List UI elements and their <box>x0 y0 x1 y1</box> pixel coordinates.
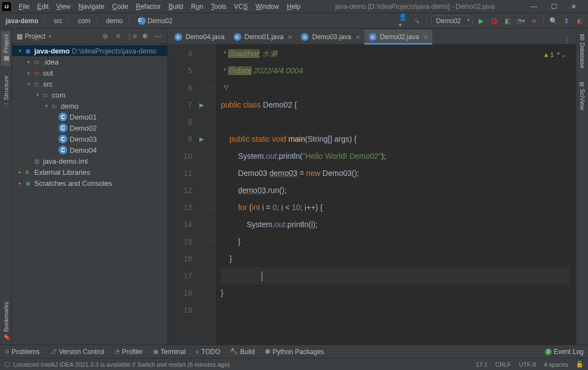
btool-profiler[interactable]: ◔Profiler <box>114 348 143 356</box>
menu-run[interactable]: Run <box>188 2 206 12</box>
code-content[interactable]: * @author 水濑 * @date 2022/4/4 0004 */ pu… <box>215 44 569 345</box>
run-line-icon[interactable]: ▶ <box>199 136 204 143</box>
line-number[interactable]: 6 <box>168 79 192 96</box>
code-line[interactable]: */ <box>221 79 569 96</box>
btool-problems[interactable]: ⊘Problems <box>4 348 40 356</box>
menu-build[interactable]: Build <box>165 2 187 12</box>
code-line[interactable]: System.out.println("Hello World! Demo02"… <box>221 148 569 165</box>
debug-button[interactable]: 🐞 <box>489 16 499 26</box>
tree-demo01[interactable]: CDemo01 <box>12 111 167 122</box>
menu-window[interactable]: Window <box>252 2 283 12</box>
code-line[interactable]: * @date 2022/4/4 0004 <box>221 62 569 79</box>
fold-start-icon[interactable]: ⌄ <box>206 96 215 114</box>
tree-demo04[interactable]: CDemo04 <box>12 144 167 155</box>
side-tab-bookmarks[interactable]: 🔖 Bookmarks <box>1 298 10 345</box>
code-line[interactable] <box>221 267 569 285</box>
chevron-up-icon[interactable]: ^ <box>557 46 560 63</box>
menu-navigate[interactable]: Navigate <box>75 2 108 12</box>
code-line[interactable]: for (int i = 0; i < 10; i++) { <box>221 199 569 216</box>
line-number[interactable]: 10 <box>168 148 192 165</box>
run-button[interactable]: ▶ <box>476 16 486 26</box>
line-number[interactable]: 17 <box>168 267 192 285</box>
side-tab-project[interactable]: ▦ Project <box>1 31 10 66</box>
tree-out[interactable]: ▸🗀out <box>12 67 167 78</box>
minimize-button[interactable]: — <box>526 1 542 12</box>
line-number[interactable]: 8 <box>168 114 192 131</box>
line-number[interactable]: 7 <box>168 96 192 114</box>
line-number-gutter[interactable]: 4 5 6 7 8 9 10 11 12 13 14 15 16 17 18 1… <box>168 44 197 345</box>
tree-demo03[interactable]: CDemo03 <box>12 133 167 144</box>
menu-tools[interactable]: Tools <box>208 2 230 12</box>
code-line[interactable]: } <box>221 250 569 267</box>
chevron-down-icon[interactable]: ⌄ <box>561 46 566 63</box>
tree-com[interactable]: ▾🗀com <box>12 89 167 100</box>
btool-terminal[interactable]: ▣Terminal <box>153 348 186 356</box>
code-line[interactable]: public static void main(String[] args) { <box>221 131 569 148</box>
code-line[interactable] <box>221 114 569 131</box>
profile-button[interactable]: ◔▾ <box>516 16 526 26</box>
line-number[interactable]: 14 <box>168 216 192 233</box>
code-line[interactable]: } <box>221 285 569 302</box>
tree-scratch[interactable]: ▸◉Scratches and Consoles <box>12 178 167 189</box>
settings-icon[interactable]: ✱ <box>140 31 150 41</box>
line-number[interactable]: 9 <box>168 131 192 148</box>
readonly-icon[interactable]: 🔓 <box>576 361 584 368</box>
menu-code[interactable]: Code <box>109 2 131 12</box>
menu-help[interactable]: Help <box>283 2 304 12</box>
btool-vcs[interactable]: ⎇Version Control <box>50 348 104 356</box>
build-icon[interactable]: ↘ <box>412 16 422 26</box>
collapse-all-icon[interactable]: ⋮≡ <box>126 31 136 41</box>
tree-demo02[interactable]: CDemo02 <box>12 122 167 133</box>
fold-start-icon[interactable]: ⌄ <box>206 199 215 216</box>
fold-end-icon[interactable]: ⌃ <box>206 79 215 96</box>
line-number[interactable]: 16 <box>168 250 192 267</box>
status-message[interactable]: Localized IntelliJ IDEA 2021.3.3 is avai… <box>13 361 230 368</box>
code-line[interactable] <box>221 302 569 319</box>
code-line[interactable]: } <box>221 233 569 250</box>
code-line[interactable]: Demo03 demo03 = new Demo03(); <box>221 165 569 182</box>
inspection-widget[interactable]: ▲ 1 ^ ⌄ <box>543 46 566 63</box>
btool-build[interactable]: 🔨Build <box>230 348 255 356</box>
tab-demo04[interactable]: CDemo04.java <box>170 30 229 44</box>
fold-end-icon[interactable]: ⌃ <box>206 250 215 267</box>
tree-idea[interactable]: ▸🗀.idea <box>12 56 167 67</box>
fold-start-icon[interactable]: ⌄ <box>206 131 215 148</box>
line-number[interactable]: 15 <box>168 233 192 250</box>
line-number[interactable]: 4 <box>168 45 192 62</box>
tab-demo02[interactable]: CDemo02.java✕ <box>364 30 432 44</box>
line-number[interactable]: 13 <box>168 199 192 216</box>
tab-demo03[interactable]: CDemo03.java✕ <box>296 30 364 44</box>
side-tab-sciview[interactable]: ⊞ SciView <box>578 78 587 114</box>
select-opened-file-icon[interactable]: ⊕ <box>100 31 110 41</box>
line-number[interactable]: 5 <box>168 62 192 79</box>
code-editor[interactable]: 4 5 6 7 8 9 10 11 12 13 14 15 16 17 18 1… <box>168 44 576 345</box>
tab-more-icon[interactable]: ⋮ <box>560 36 574 44</box>
panel-title[interactable]: ▦ Project <box>17 33 51 40</box>
crumb-demo[interactable]: demo <box>104 16 125 26</box>
update-icon[interactable]: ⬆ <box>561 16 571 26</box>
line-number[interactable]: 12 <box>168 182 192 199</box>
code-line[interactable]: System.out.println(i); <box>221 216 569 233</box>
btool-eventlog[interactable]: 2Event Log <box>545 348 584 356</box>
close-button[interactable]: ✕ <box>566 1 581 12</box>
error-stripe[interactable] <box>569 44 576 345</box>
ide-features-icon[interactable]: ◐ <box>575 16 585 26</box>
tree-extlib[interactable]: ▸⊪External Libraries <box>12 167 167 178</box>
run-line-icon[interactable]: ▶ <box>199 101 204 109</box>
menu-edit[interactable]: Edit <box>34 2 52 12</box>
menu-refactor[interactable]: Refactor <box>133 2 164 12</box>
tree-src[interactable]: ▾🗀src <box>12 78 167 89</box>
run-config-selector[interactable]: Demo02 <box>431 15 473 26</box>
fold-end-icon[interactable]: ⌃ <box>206 233 215 250</box>
btool-python[interactable]: ⬢Python Packages <box>265 348 324 356</box>
code-line[interactable]: * @author 水濑 <box>221 45 569 62</box>
tree-root[interactable]: ▾▣java-demoD:\IdeaProjects\java-demo <box>12 45 167 56</box>
line-number[interactable]: 11 <box>168 165 192 182</box>
expand-all-icon[interactable]: ≡ <box>113 31 123 41</box>
menu-file[interactable]: File <box>15 2 33 12</box>
close-tab-icon[interactable]: ✕ <box>356 34 360 40</box>
tree-demo[interactable]: ▾🗀demo <box>12 100 167 111</box>
side-tab-structure[interactable]: ⛬ Structure <box>2 72 10 112</box>
code-line[interactable]: public class Demo02 { <box>221 96 569 114</box>
line-number[interactable]: 18 <box>168 285 192 302</box>
